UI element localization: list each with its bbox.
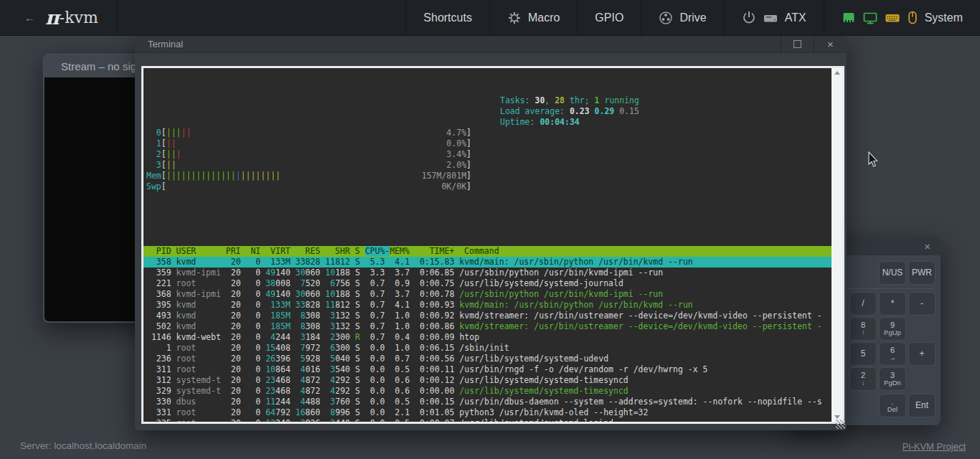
process-row-368[interactable]: 368 kvmd-ipmi 20 0 49140 30060 10188 S 0… [143, 289, 831, 300]
terminal-title: Terminal [135, 39, 781, 49]
server-label: Server: localhost.localdomain [20, 440, 146, 451]
ethernet-icon [842, 11, 856, 25]
nav-item-gpio[interactable]: GPIO [577, 0, 641, 35]
htop-screen: Tasks: 30, 28 thr; 1 runningLoad average… [143, 68, 831, 422]
keypad-button-.[interactable]: .Del [879, 394, 906, 417]
process-row-311[interactable]: 311 root 20 0 10864 4016 3540 S 0.0 0.5 … [143, 364, 831, 375]
process-row-395[interactable]: 395 kvmd 20 0 133M 33828 11812 S 0.7 4.1… [143, 300, 831, 311]
process-row-335[interactable]: 335 root 20 0 13240 3936 3440 S 0.0 0.5 … [143, 418, 831, 422]
nav-item-shortcuts[interactable]: Shortcuts [405, 0, 489, 35]
scroll-up-icon[interactable] [831, 68, 842, 77]
keypad-button-PWR[interactable]: PWR [908, 261, 936, 285]
process-row-329[interactable]: 329 systemd-t 20 0 23468 4872 4292 S 0.0… [143, 386, 831, 397]
back-arrow-icon[interactable]: ← [24, 11, 35, 24]
nav-item-system[interactable]: System [824, 0, 980, 35]
keypad-button--[interactable]: - [908, 292, 936, 316]
power-icon [742, 10, 756, 25]
process-row-312[interactable]: 312 systemd-t 20 0 23468 4872 4292 S 0.0… [143, 375, 831, 386]
keypad-button-N/US[interactable]: N/US [879, 261, 906, 285]
meter-3: 3[||2.0%] [146, 160, 471, 171]
htop-process-table: PID USER PRI NI VIRT RES SHR S CPU%-MEM%… [143, 246, 831, 422]
keypad-button-8[interactable]: 8↑ [849, 317, 877, 341]
nav-label: System [925, 11, 963, 24]
nav-item-macro[interactable]: Macro [489, 0, 577, 35]
pikvm-logo-suffix: -kvm [60, 9, 98, 27]
process-row-1146[interactable]: 1146 kvmd-webt 20 0 4244 3184 2300 R 0.7… [143, 332, 831, 343]
meter-1: 1[||0.0%] [146, 138, 471, 149]
keypad-button-Ent[interactable]: Ent [908, 394, 936, 417]
nav-item-atx[interactable]: ATX [724, 0, 824, 35]
keypad-button-6[interactable]: 6→ [879, 342, 906, 366]
nav-label: Drive [679, 11, 706, 24]
fan-icon [659, 11, 673, 25]
pikvm-logo: π [45, 6, 60, 29]
gear-icon [507, 11, 522, 25]
terminal-scrollbar[interactable] [831, 68, 842, 422]
htop-meters: Tasks: 30, 28 thr; 1 runningLoad average… [143, 95, 831, 192]
logo-block: ← π-kvm [0, 0, 118, 35]
maximize-icon [793, 40, 801, 48]
process-row-236[interactable]: 236 root 20 0 26396 5928 5040 S 0.0 0.7 … [143, 354, 831, 364]
close-icon[interactable]: × [924, 241, 930, 252]
terminal-frame: Tasks: 30, 28 thr; 1 runningLoad average… [141, 66, 844, 424]
htop-summary: Tasks: 30, 28 thr; 1 runningLoad average… [500, 95, 639, 128]
keypad-button-9[interactable]: 9PgUp [879, 317, 906, 341]
keypad-button-3[interactable]: 3PgDn [879, 367, 906, 391]
nav-label: Macro [528, 11, 560, 24]
terminal-window: Terminal × Tasks: 30, 28 thr; 1 runningL… [135, 36, 847, 430]
mouse-cursor [868, 151, 880, 171]
process-row-358[interactable]: 358 kvmd 20 0 133M 33828 11812 S 5.3 4.1… [143, 257, 831, 268]
nav-label: Shortcuts [423, 11, 472, 24]
process-row-330[interactable]: 330 dbus 20 0 11244 4488 3760 S 0.0 0.5 … [143, 397, 831, 407]
maximize-button[interactable] [781, 36, 814, 53]
mouse-icon [907, 10, 918, 25]
close-button[interactable]: × [814, 36, 847, 53]
process-row-493[interactable]: 493 kvmd 20 0 185M 8308 3132 S 0.7 1.0 0… [143, 311, 831, 321]
process-row-1[interactable]: 1 root 20 0 15408 7972 6300 S 0.0 1.0 0:… [143, 343, 831, 354]
resize-grip[interactable] [836, 420, 845, 429]
meter-2: 2[|||3.4%] [146, 149, 471, 160]
pikvm-project-link[interactable]: Pi-KVM Project [903, 441, 966, 452]
process-row-502[interactable]: 502 kvmd 20 0 185M 8308 3132 S 0.7 1.0 0… [143, 321, 831, 332]
terminal-titlebar[interactable]: Terminal × [135, 36, 847, 53]
disk-icon [763, 11, 778, 25]
nav-label: GPIO [595, 11, 623, 24]
keypad-button-2[interactable]: 2↓ [849, 367, 877, 391]
nav-menu: Shortcuts Macro GPIO [405, 0, 980, 35]
pikvm-app: ← π-kvm Shortcuts Macro GPIO [0, 0, 980, 459]
process-row-331[interactable]: 331 root 20 0 64792 16860 8996 S 0.0 2.1… [143, 407, 831, 418]
keypad-button-/[interactable]: / [849, 292, 877, 316]
nav-item-drive[interactable]: Drive [641, 0, 723, 35]
meter-Swp: Swp[0K/0K] [146, 181, 471, 192]
keyboard-icon [885, 11, 900, 25]
keypad-button-*[interactable]: * [879, 292, 906, 316]
nav-label: ATX [785, 11, 806, 24]
monitor-icon [862, 11, 878, 25]
keypad-button-+[interactable]: + [908, 342, 936, 366]
keypad-button-5[interactable]: 5 [849, 342, 877, 366]
meter-0: 0[|||||4.7%] [146, 128, 471, 138]
process-row-359[interactable]: 359 kvmd-ipmi 20 0 49140 30060 10188 S 3… [143, 268, 831, 278]
top-navbar: ← π-kvm Shortcuts Macro GPIO [0, 0, 980, 36]
htop-table-header[interactable]: PID USER PRI NI VIRT RES SHR S CPU%-MEM%… [143, 246, 831, 257]
process-row-221[interactable]: 221 root 20 0 38008 7520 6756 S 0.7 0.9 … [143, 278, 831, 289]
close-icon: × [827, 38, 834, 50]
meter-Mem: Mem[|||||||||||||||||||||||157M/801M] [146, 171, 471, 181]
